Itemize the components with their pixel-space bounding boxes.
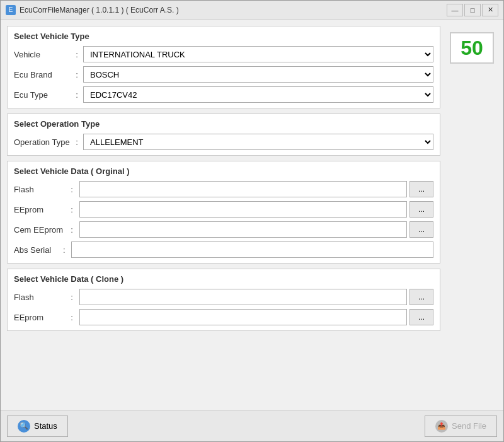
clone-flash-input-wrapper [79, 289, 407, 305]
original-cem-eeprom-input-wrapper [79, 221, 407, 238]
clone-flash-browse-button[interactable]: ... [410, 289, 433, 305]
original-eeprom-input-wrapper [79, 201, 407, 218]
clone-flash-colon: : [67, 293, 77, 302]
vehicle-data-clone-section: Select Vehicle Data ( Clone ) Flash : ..… [7, 269, 440, 331]
send-file-button[interactable]: 📤 Send File [425, 416, 497, 437]
original-eeprom-colon: : [67, 205, 77, 214]
title-bar-left: E EcuCorrFileManager ( 1.0.1.1 ) ( EcuCo… [6, 5, 179, 15]
status-button[interactable]: 🔍 Status [7, 416, 68, 437]
original-eeprom-browse-button[interactable]: ... [410, 201, 433, 218]
vehicle-label: Vehicle [14, 50, 71, 59]
credit-box: 50 [450, 32, 494, 64]
credit-number: 50 [461, 37, 483, 60]
original-cem-eeprom-label: Cem EEprom [14, 225, 64, 235]
clone-eeprom-colon: : [67, 313, 77, 322]
ecu-type-row: Ecu Type : EDC17CV42 [14, 86, 433, 103]
ecu-brand-row: Ecu Brand : BOSCH [14, 66, 433, 83]
clone-eeprom-browse-button[interactable]: ... [410, 309, 433, 325]
ecu-brand-label: Ecu Brand [14, 70, 71, 79]
clone-flash-label: Flash [14, 293, 64, 302]
title-bar-text: EcuCorrFileManager ( 1.0.1.1 ) ( EcuCorr… [20, 6, 179, 15]
operation-type-label: Operation Type [14, 137, 71, 147]
vehicle-data-original-section: Select Vehicle Data ( Orginal ) Flash : … [7, 161, 440, 264]
status-icon: 🔍 [18, 420, 30, 433]
operation-type-row: Operation Type : ALLELEMENT [14, 134, 433, 150]
original-cem-eeprom-row: Cem EEprom : ... [14, 221, 433, 238]
ecu-brand-colon: : [71, 70, 83, 79]
clone-flash-input[interactable] [79, 289, 407, 305]
ecu-type-input-wrapper: EDC17CV42 [83, 86, 433, 103]
clone-eeprom-input-wrapper [79, 309, 407, 325]
send-file-icon: 📤 [435, 420, 448, 433]
status-button-label: Status [34, 421, 57, 431]
original-cem-eeprom-browse-button[interactable]: ... [410, 221, 433, 238]
vehicle-input-wrapper: INTERNATIONAL TRUCK [83, 46, 433, 62]
original-eeprom-row: EEprom : ... [14, 201, 433, 218]
operation-type-select[interactable]: ALLELEMENT [83, 134, 433, 150]
original-eeprom-label: EEprom [14, 205, 64, 214]
original-cem-eeprom-input[interactable] [79, 221, 407, 238]
main-window: E EcuCorrFileManager ( 1.0.1.1 ) ( EcuCo… [0, 0, 504, 442]
original-flash-colon: : [67, 185, 77, 194]
original-cem-eeprom-colon: : [67, 225, 77, 235]
original-flash-label: Flash [14, 185, 64, 194]
operation-type-input-wrapper: ALLELEMENT [83, 134, 433, 150]
original-abs-serial-label: Abs Serial [14, 245, 57, 255]
ecu-brand-input-wrapper: BOSCH [83, 66, 433, 83]
vehicle-type-section: Select Vehicle Type Vehicle : INTERNATIO… [7, 26, 440, 108]
ecu-brand-select[interactable]: BOSCH [83, 66, 433, 83]
original-flash-row: Flash : ... [14, 181, 433, 197]
original-flash-input-wrapper [79, 181, 407, 197]
vehicle-type-title: Select Vehicle Type [14, 32, 433, 41]
send-file-button-label: Send File [452, 421, 486, 431]
original-flash-browse-button[interactable]: ... [410, 181, 433, 197]
ecu-type-colon: : [71, 90, 83, 100]
original-abs-serial-row: Abs Serial : [14, 241, 433, 258]
vehicle-data-original-title: Select Vehicle Data ( Orginal ) [14, 166, 433, 176]
side-panel: 50 [447, 26, 497, 404]
clone-eeprom-row: EEprom : ... [14, 309, 433, 325]
original-abs-serial-colon: : [60, 245, 69, 255]
maximize-button[interactable]: □ [464, 4, 481, 16]
close-button[interactable]: ✕ [482, 4, 498, 16]
ecu-type-select[interactable]: EDC17CV42 [83, 86, 433, 103]
operation-type-title: Select Operation Type [14, 119, 433, 129]
title-bar-controls: — □ ✕ [447, 4, 498, 16]
vehicle-select[interactable]: INTERNATIONAL TRUCK [83, 46, 433, 62]
original-abs-serial-input[interactable] [71, 241, 433, 258]
minimize-button[interactable]: — [447, 4, 463, 16]
vehicle-data-clone-title: Select Vehicle Data ( Clone ) [14, 274, 433, 284]
clone-eeprom-input[interactable] [79, 309, 407, 325]
vehicle-row: Vehicle : INTERNATIONAL TRUCK [14, 46, 433, 62]
title-bar: E EcuCorrFileManager ( 1.0.1.1 ) ( EcuCo… [1, 1, 503, 20]
operation-type-section: Select Operation Type Operation Type : A… [7, 113, 440, 156]
clone-flash-row: Flash : ... [14, 289, 433, 305]
ecu-type-label: Ecu Type [14, 90, 71, 100]
vehicle-colon: : [71, 50, 83, 59]
bottom-bar: 🔍 Status 📤 Send File [1, 410, 503, 441]
original-flash-input[interactable] [79, 181, 407, 197]
main-panel: Select Vehicle Type Vehicle : INTERNATIO… [7, 26, 440, 404]
clone-eeprom-label: EEprom [14, 313, 64, 322]
app-icon: E [6, 5, 16, 15]
content-area: Select Vehicle Type Vehicle : INTERNATIO… [1, 20, 503, 410]
operation-type-colon: : [71, 137, 83, 147]
original-eeprom-input[interactable] [79, 201, 407, 218]
